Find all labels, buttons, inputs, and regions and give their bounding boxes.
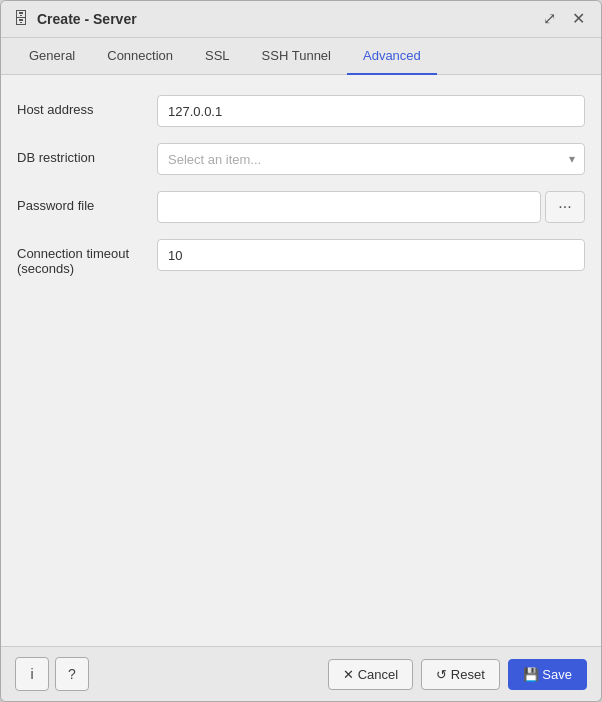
info-button[interactable]: i — [15, 657, 49, 691]
title-bar: 🗄 Create - Server ⤢ ✕ — [1, 1, 601, 38]
host-address-row: Host address — [17, 95, 585, 127]
reset-button[interactable]: ↺ Reset — [421, 659, 500, 690]
tab-ssl[interactable]: SSL — [189, 38, 246, 75]
server-icon: 🗄 — [13, 10, 29, 28]
db-restriction-label: DB restriction — [17, 143, 157, 165]
cancel-button[interactable]: ✕ Cancel — [328, 659, 413, 690]
host-address-field — [157, 95, 585, 127]
db-restriction-select-wrapper: Select an item... — [157, 143, 585, 175]
db-restriction-select[interactable]: Select an item... — [157, 143, 585, 175]
tab-general[interactable]: General — [13, 38, 91, 75]
password-file-field: ··· — [157, 191, 585, 223]
expand-button[interactable]: ⤢ — [539, 9, 560, 29]
password-file-browse-button[interactable]: ··· — [545, 191, 585, 223]
db-restriction-field: Select an item... — [157, 143, 585, 175]
connection-timeout-row: Connection timeout (seconds) — [17, 239, 585, 276]
save-button[interactable]: 💾 Save — [508, 659, 587, 690]
db-restriction-row: DB restriction Select an item... — [17, 143, 585, 175]
tab-connection[interactable]: Connection — [91, 38, 189, 75]
tab-ssh-tunnel[interactable]: SSH Tunnel — [246, 38, 347, 75]
close-button[interactable]: ✕ — [568, 9, 589, 29]
footer-left-buttons: i ? — [15, 657, 89, 691]
connection-timeout-label: Connection timeout (seconds) — [17, 239, 157, 276]
host-address-label: Host address — [17, 95, 157, 117]
footer: i ? ✕ Cancel ↺ Reset 💾 Save — [1, 646, 601, 701]
form-content: Host address DB restriction Select an it… — [1, 75, 601, 646]
password-file-label: Password file — [17, 191, 157, 213]
dialog-title: Create - Server — [37, 11, 137, 27]
password-file-row: Password file ··· — [17, 191, 585, 223]
tab-bar: General Connection SSL SSH Tunnel Advanc… — [1, 38, 601, 75]
dialog: 🗄 Create - Server ⤢ ✕ General Connection… — [0, 0, 602, 702]
tab-advanced[interactable]: Advanced — [347, 38, 437, 75]
password-file-input[interactable] — [157, 191, 541, 223]
footer-right-buttons: ✕ Cancel ↺ Reset 💾 Save — [328, 659, 587, 690]
title-bar-controls: ⤢ ✕ — [539, 9, 589, 29]
help-button[interactable]: ? — [55, 657, 89, 691]
title-bar-left: 🗄 Create - Server — [13, 10, 137, 28]
connection-timeout-field — [157, 239, 585, 271]
host-address-input[interactable] — [157, 95, 585, 127]
connection-timeout-input[interactable] — [157, 239, 585, 271]
